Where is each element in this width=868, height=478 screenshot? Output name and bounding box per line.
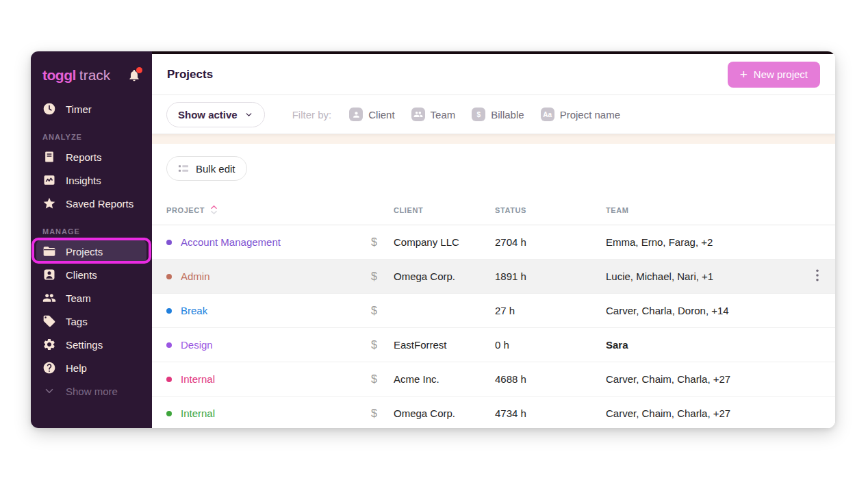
table-row[interactable]: Design$EastForrest0 hSara [152, 328, 835, 362]
column-header-client[interactable]: CLIENT [394, 206, 495, 214]
sidebar-item-projects[interactable]: Projects [36, 240, 146, 263]
billable-dollar-icon: $ [371, 236, 394, 249]
project-name-cell[interactable]: Account Management [152, 236, 371, 248]
sidebar-item-label: Projects [66, 246, 103, 257]
sidebar-item-label: Help [66, 362, 87, 374]
bulk-edit-label: Bulk edit [196, 163, 235, 175]
project-color-dot [166, 342, 172, 348]
sidebar-item-clients[interactable]: Clients [31, 263, 152, 286]
new-project-button[interactable]: + New project [728, 62, 820, 88]
sidebar-item-team[interactable]: Team [31, 286, 152, 310]
reports-icon [42, 150, 56, 164]
filter-chip-client[interactable]: Client [349, 108, 394, 121]
tag-icon [42, 314, 56, 328]
logo-text-bold: toggl [42, 67, 76, 84]
kebab-menu-icon[interactable] [816, 269, 819, 284]
project-name-cell[interactable]: Admin [152, 271, 371, 282]
sidebar-item-tags[interactable]: Tags [31, 310, 152, 333]
status-cell: 0 h [495, 339, 606, 351]
row-menu[interactable] [800, 269, 835, 284]
gear-icon [42, 338, 56, 351]
sidebar-item-label: Show more [66, 386, 118, 397]
team-cell: Carver, Charla, Doron, +14 [606, 305, 800, 316]
table-row[interactable]: Account Management$Company LLC2704 hEmma… [152, 225, 835, 260]
toggl-track-logo[interactable]: toggl track [42, 67, 110, 84]
status-cell: 4688 h [495, 373, 606, 385]
filter-chip-project-name[interactable]: AaProject name [541, 108, 620, 121]
client-cell: EastForrest [394, 339, 495, 351]
table-row[interactable]: Admin$Omega Corp.1891 hLucie, Michael, N… [152, 260, 835, 294]
team-cell: Sara [606, 339, 800, 351]
filter-bar: Show active Filter by: ClientTeam$Billab… [152, 95, 835, 134]
folder-icon [42, 244, 56, 258]
sidebar-item-reports[interactable]: Reports [31, 145, 152, 168]
column-header-project[interactable]: PROJECT [152, 205, 371, 215]
sidebar: toggl track TimerANALYZEReportsInsightsS… [31, 51, 152, 428]
status-cell: 4734 h [495, 407, 606, 419]
project-name-cell[interactable]: Internal [152, 407, 371, 419]
people-badge-icon [411, 108, 425, 121]
bulk-edit-button[interactable]: Bulk edit [166, 156, 247, 181]
filter-chip-label: Billable [491, 109, 524, 121]
column-header-team[interactable]: TEAM [606, 206, 800, 214]
logo-text-light: track [79, 67, 111, 84]
billable-dollar-icon: $ [371, 271, 394, 283]
project-name-cell[interactable]: Internal [152, 373, 371, 385]
show-active-dropdown[interactable]: Show active [166, 102, 265, 127]
sidebar-item-saved-reports[interactable]: Saved Reports [31, 192, 152, 215]
project-color-dot [166, 240, 172, 245]
sidebar-item-label: Insights [66, 175, 101, 186]
chevron-down-icon [42, 384, 56, 398]
sidebar-item-label: Team [66, 292, 91, 304]
client-cell: Company LLC [394, 236, 495, 248]
project-color-dot [166, 308, 172, 314]
table-header: PROJECT CLIENT STATUS TEAM [152, 195, 835, 225]
project-name-cell[interactable]: Design [152, 339, 371, 351]
billable-dollar-icon: $ [371, 407, 394, 420]
project-name: Account Management [181, 236, 281, 248]
filter-chip-team[interactable]: Team [411, 108, 456, 121]
sidebar-item-help[interactable]: Help [31, 356, 152, 379]
project-name-cell[interactable]: Break [152, 305, 371, 316]
status-cell: 27 h [495, 305, 606, 316]
billable-dollar-icon: $ [371, 339, 394, 351]
filter-chip-billable[interactable]: $Billable [472, 108, 524, 121]
table-row[interactable]: Internal$Omega Corp.4734 hCarver, Chaim,… [152, 397, 835, 428]
client-icon [42, 268, 56, 281]
project-color-dot [166, 377, 172, 382]
column-header-status[interactable]: STATUS [495, 206, 606, 214]
project-name: Break [181, 305, 207, 316]
billable-dollar-icon: $ [371, 373, 394, 386]
help-icon [42, 361, 56, 375]
sidebar-item-label: Reports [66, 151, 102, 163]
status-cell: 2704 h [495, 236, 606, 248]
team-cell: Lucie, Michael, Nari, +1 [606, 271, 800, 282]
sidebar-item-label: Settings [66, 339, 103, 351]
sidebar-item-timer[interactable]: Timer [31, 97, 152, 121]
bulk-edit-list-icon [178, 163, 189, 174]
sidebar-item-label: Timer [66, 103, 92, 115]
sidebar-item-insights[interactable]: Insights [31, 168, 152, 192]
page-header: Projects + New project [152, 54, 835, 95]
sidebar-item-show-more[interactable]: Show more [31, 379, 152, 403]
main-area: Projects + New project Show active Filte… [152, 51, 835, 428]
page-title: Projects [167, 68, 213, 81]
peach-divider-strip [152, 134, 835, 144]
notification-dot [136, 67, 142, 73]
sidebar-item-settings[interactable]: Settings [31, 333, 152, 356]
dollar-badge-icon: $ [472, 108, 485, 121]
notifications-bell-icon[interactable] [127, 68, 141, 82]
app-window: toggl track TimerANALYZEReportsInsightsS… [31, 51, 835, 428]
person-badge-icon [349, 108, 363, 121]
table-row[interactable]: Break$27 hCarver, Charla, Doron, +14 [152, 294, 835, 328]
project-name: Internal [181, 407, 215, 419]
sidebar-item-label: Saved Reports [66, 198, 133, 210]
project-color-dot [166, 411, 172, 416]
sidebar-section-analyze: ANALYZE [31, 132, 152, 142]
table-row[interactable]: Internal$Acme Inc.4688 hCarver, Chaim, C… [152, 362, 835, 397]
client-cell: Acme Inc. [394, 373, 495, 385]
filter-chip-label: Project name [560, 109, 620, 121]
star-icon [42, 197, 56, 210]
textformat-badge-icon: Aa [541, 108, 554, 121]
show-active-label: Show active [178, 109, 238, 121]
